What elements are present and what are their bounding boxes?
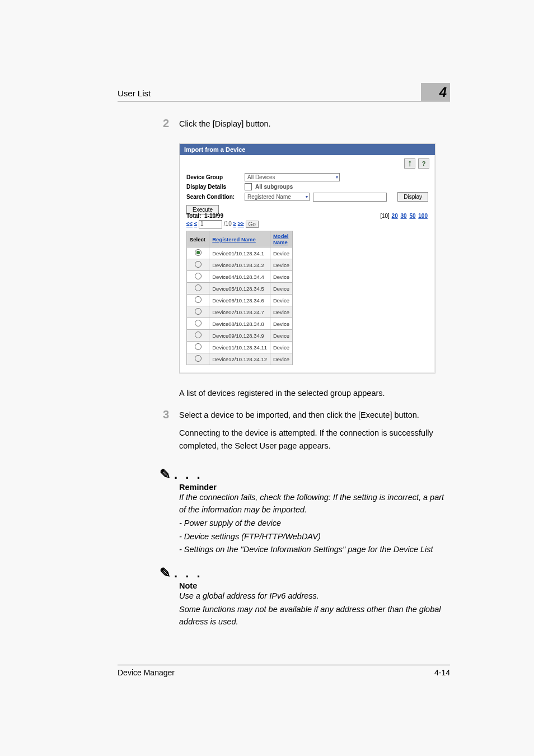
table-row: Device02/10.128.34.2Device (187, 259, 293, 271)
device-group-label: Device Group (186, 174, 241, 180)
device-table: Select Registered Name Model Name Device… (186, 231, 293, 365)
pager-go-button[interactable]: Go (246, 221, 259, 228)
row-registered-name: Device07/10.128.34.7 (209, 306, 270, 318)
row-model-name: Device (270, 248, 292, 259)
row-registered-name: Device09/10.128.34.9 (209, 330, 270, 342)
step-number: 3 (157, 409, 169, 420)
row-model-name: Device (270, 318, 292, 330)
dots-icon: . . . (174, 469, 203, 481)
pager-page-input[interactable]: 1 (199, 220, 222, 228)
col-model-name[interactable]: Model Name (270, 231, 292, 248)
row-model-name: Device (270, 283, 292, 295)
table-row: Device12/10.128.34.12Device (187, 353, 293, 365)
page-content: 2 Click the [Display] button. Import fro… (157, 118, 448, 629)
note-icon: ✎ (160, 468, 171, 481)
table-row: Device04/10.128.34.4Device (187, 271, 293, 283)
reminder-line: - Settings on the "Device Information Se… (179, 544, 445, 556)
pager: ≤≤ ≤ 1 /10 ≥ ≥≥ Go (180, 220, 435, 231)
row-select-radio[interactable] (187, 342, 209, 353)
step-body: Select a device to be imported, and then… (179, 409, 448, 458)
chapter-number-tab: 4 (421, 83, 450, 101)
running-head-title: User List (118, 88, 151, 98)
step-instruction: Click the [Display] button. (179, 118, 448, 130)
pager-next-icon[interactable]: ≥ (233, 221, 237, 227)
row-model-name: Device (270, 306, 292, 318)
header-rule (118, 101, 450, 101)
post-figure-text: A list of devices registered in the sele… (179, 387, 448, 399)
pager-first-icon[interactable]: ≤≤ (186, 221, 193, 227)
table-row: Device05/10.128.34.5Device (187, 283, 293, 295)
row-select-radio[interactable] (187, 248, 209, 259)
row-registered-name: Device08/10.128.34.8 (209, 318, 270, 330)
step-3: 3 Select a device to be imported, and th… (157, 409, 448, 458)
device-group-select[interactable]: All Devices ▾ (245, 173, 340, 181)
reminder-title: Reminder (179, 483, 448, 492)
search-condition-label: Search Condition: (186, 194, 241, 200)
reminder-line: - Device settings (FTP/HTTP/WebDAV) (179, 531, 445, 543)
all-subgroups-label: All subgroups (255, 184, 293, 190)
page-size-30[interactable]: 30 (401, 213, 407, 219)
step-instruction: Select a device to be imported, and then… (179, 409, 448, 421)
row-registered-name: Device11/10.128.34.11 (209, 342, 270, 353)
row-select-radio[interactable] (187, 330, 209, 342)
row-registered-name: Device02/10.128.34.2 (209, 259, 270, 271)
footer-product-name: Device Manager (118, 668, 175, 677)
row-select-radio[interactable] (187, 306, 209, 318)
footer-page-number: 4-14 (434, 668, 450, 677)
table-row: Device01/10.128.34.1Device (187, 248, 293, 259)
chevron-down-icon: ▾ (306, 194, 308, 199)
help-icon[interactable]: ? (418, 158, 429, 169)
row-registered-name: Device06/10.128.34.6 (209, 295, 270, 306)
reminder-callout: ✎ . . . Reminder If the connection fails… (160, 468, 448, 556)
table-row: Device06/10.128.34.6Device (187, 295, 293, 306)
row-model-name: Device (270, 342, 292, 353)
note-line: Use a global address for IPv6 address. (179, 590, 445, 603)
row-select-radio[interactable] (187, 271, 209, 283)
search-condition-input[interactable] (313, 193, 387, 202)
col-select: Select (187, 231, 209, 248)
row-model-name: Device (270, 330, 292, 342)
page-size-100[interactable]: 100 (418, 213, 428, 219)
note-icon: ✎ (160, 566, 171, 580)
page-size-10: [10] (380, 213, 390, 219)
row-registered-name: Device12/10.128.34.12 (209, 353, 270, 365)
all-subgroups-checkbox[interactable] (245, 183, 252, 190)
import-from-device-panel: Import from a Device ⭡ ? Device Group Al… (179, 143, 435, 374)
row-select-radio[interactable] (187, 259, 209, 271)
row-registered-name: Device05/10.128.34.5 (209, 283, 270, 295)
device-group-value: All Devices (247, 174, 275, 180)
col-registered-name[interactable]: Registered Name (209, 231, 270, 248)
row-model-name: Device (270, 353, 292, 365)
row-select-radio[interactable] (187, 353, 209, 365)
step-2: 2 Click the [Display] button. (157, 118, 448, 136)
row-select-radio[interactable] (187, 318, 209, 330)
search-condition-select[interactable]: Registered Name ▾ (245, 193, 310, 201)
row-model-name: Device (270, 295, 292, 306)
reminder-line: If the connection fails, check the follo… (179, 492, 445, 516)
step-body: Click the [Display] button. (179, 118, 448, 136)
dots-icon: . . . (174, 567, 203, 580)
total-value: 1-10/99 (204, 213, 223, 219)
row-select-radio[interactable] (187, 295, 209, 306)
row-select-radio[interactable] (187, 283, 209, 295)
note-line: Some functions may not be available if a… (179, 604, 445, 628)
display-button[interactable]: Display (397, 192, 428, 202)
table-row: Device08/10.128.34.8Device (187, 318, 293, 330)
pager-prev-icon[interactable]: ≤ (194, 221, 198, 227)
pager-last-icon[interactable]: ≥≥ (238, 221, 244, 227)
note-body: Use a global address for IPv6 address.So… (179, 590, 448, 628)
pager-of-text: /10 (224, 221, 232, 227)
table-row: Device11/10.128.34.11Device (187, 342, 293, 353)
page-size-20[interactable]: 20 (392, 213, 398, 219)
step-number: 2 (157, 118, 169, 129)
back-icon[interactable]: ⭡ (404, 158, 415, 169)
row-model-name: Device (270, 271, 292, 283)
reminder-body: If the connection fails, check the follo… (179, 492, 448, 556)
row-registered-name: Device01/10.128.34.1 (209, 248, 270, 259)
reminder-line: - Power supply of the device (179, 517, 445, 530)
page-size-50[interactable]: 50 (409, 213, 415, 219)
filter-form: Device Group All Devices ▾ Display Detai… (180, 169, 435, 207)
table-row: Device07/10.128.34.7Device (187, 306, 293, 318)
total-label: Total: (186, 213, 201, 219)
step-detail: Connecting to the device is attempted. I… (179, 427, 448, 452)
